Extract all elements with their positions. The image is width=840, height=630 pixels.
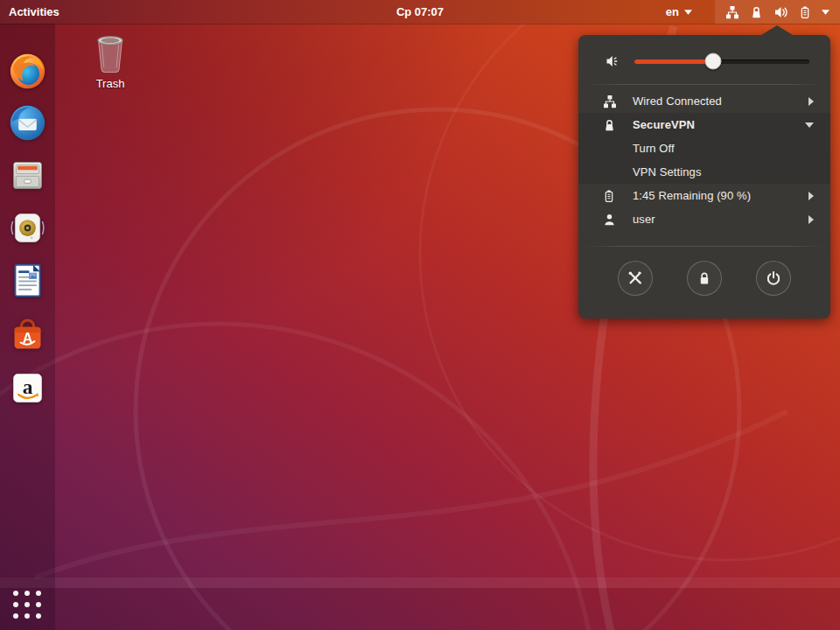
- lock-screen-button[interactable]: [687, 261, 722, 296]
- keyboard-layout-indicator[interactable]: en: [666, 5, 692, 18]
- lock-icon: [697, 271, 711, 285]
- vpn-lock-icon: [603, 118, 617, 132]
- system-status-area[interactable]: [715, 0, 840, 24]
- dot: [24, 602, 30, 607]
- volume-speaker-icon: [605, 54, 620, 68]
- ubuntu-software-icon[interactable]: A: [7, 315, 47, 355]
- dot: [24, 613, 30, 619]
- firefox-icon[interactable]: [7, 51, 47, 91]
- volume-slider-track[interactable]: [634, 60, 809, 64]
- battery-icon: [799, 5, 811, 19]
- caret-down-icon: [822, 10, 830, 15]
- chevron-right-icon: [808, 97, 814, 106]
- settings-tools-icon: [627, 270, 643, 286]
- dot: [36, 613, 41, 619]
- menu-item-label: 1:45 Remaining (90 %): [633, 189, 808, 202]
- trash-desktop-icon[interactable]: Trash: [85, 32, 136, 90]
- menu-item-user[interactable]: user: [578, 207, 830, 231]
- separator: [578, 84, 830, 85]
- system-menu: Wired Connected SecureVPN Turn Off: [578, 35, 830, 318]
- menu-item-vpn-turn-off[interactable]: Turn Off: [578, 136, 830, 160]
- wallpaper-band: [0, 578, 840, 588]
- dot: [13, 602, 18, 607]
- dock: A a: [0, 24, 55, 630]
- menu-item-label: SecureVPN: [633, 118, 805, 131]
- volume-icon: [774, 5, 788, 19]
- system-action-buttons: [578, 261, 830, 296]
- desktop: Activities Ср 07:07 en: [0, 0, 840, 630]
- network-wired-icon: [725, 5, 739, 19]
- chevron-down-icon: [805, 122, 814, 128]
- volume-row: [578, 42, 830, 80]
- volume-slider-fill: [634, 60, 713, 64]
- menu-item-label: VPN Settings: [633, 165, 830, 178]
- network-wired-icon: [603, 94, 617, 108]
- wallpaper-band-shade: [0, 588, 840, 630]
- thunderbird-icon[interactable]: [7, 102, 47, 143]
- chevron-right-icon: [808, 215, 814, 224]
- power-icon: [766, 270, 781, 286]
- dot: [24, 591, 30, 596]
- top-bar: Activities Ср 07:07 en: [0, 0, 840, 24]
- volume-slider-handle[interactable]: [705, 53, 722, 70]
- menu-item-securevpn[interactable]: SecureVPN: [578, 113, 830, 136]
- menu-item-battery[interactable]: 1:45 Remaining (90 %): [578, 184, 830, 207]
- caret-down-icon: [684, 10, 692, 15]
- user-icon: [603, 213, 617, 227]
- status-area: en: [666, 0, 840, 24]
- battery-icon: [603, 189, 617, 203]
- vpn-lock-icon: [750, 5, 763, 19]
- dot: [13, 591, 18, 596]
- menu-item-wired-connected[interactable]: Wired Connected: [578, 89, 830, 113]
- power-button[interactable]: [756, 261, 791, 296]
- menu-item-label: Wired Connected: [633, 94, 808, 108]
- volume-slider[interactable]: [634, 52, 809, 70]
- trash-bin-icon: [90, 32, 130, 76]
- menu-arrow: [761, 25, 793, 35]
- menu-item-label: user: [633, 213, 808, 226]
- amazon-icon[interactable]: a: [7, 368, 47, 408]
- show-applications-button[interactable]: [7, 586, 47, 623]
- rhythmbox-icon[interactable]: [7, 207, 47, 248]
- dot: [36, 602, 41, 607]
- libreoffice-writer-icon[interactable]: [7, 260, 47, 300]
- chevron-right-icon: [808, 192, 814, 200]
- files-icon[interactable]: [7, 154, 47, 194]
- settings-button[interactable]: [618, 261, 653, 296]
- keyboard-layout-label: en: [666, 5, 679, 18]
- separator: [578, 246, 830, 247]
- svg-text:a: a: [22, 375, 32, 398]
- menu-item-vpn-settings[interactable]: VPN Settings: [578, 160, 830, 184]
- vpn-submenu: SecureVPN Turn Off VPN Settings: [578, 113, 830, 184]
- dot: [13, 613, 18, 619]
- dot: [36, 591, 41, 596]
- trash-label: Trash: [85, 77, 136, 90]
- menu-item-label: Turn Off: [633, 142, 830, 155]
